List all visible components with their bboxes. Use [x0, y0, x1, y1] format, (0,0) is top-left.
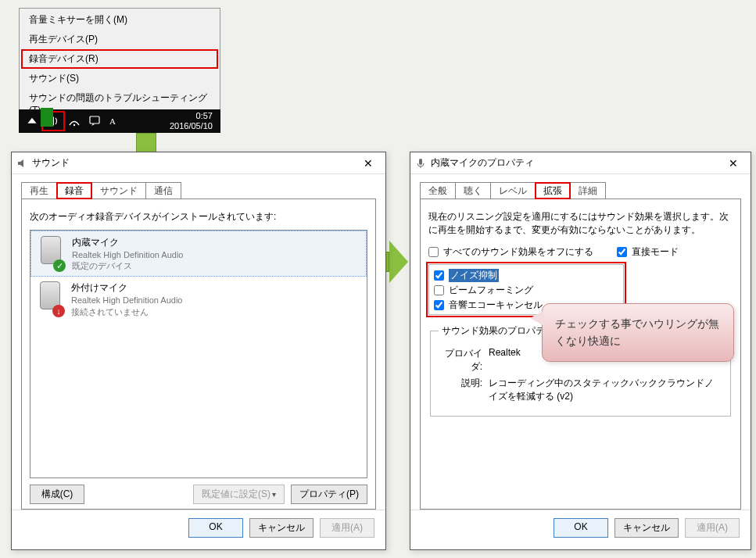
- configure-button[interactable]: 構成(C): [30, 485, 84, 504]
- description-value: レコーディング中のスタティックバッククラウンドノイズを軽減する (v2): [489, 377, 722, 403]
- effect-checkbox[interactable]: [434, 270, 444, 281]
- action-center-icon[interactable]: [84, 112, 105, 131]
- apply-button[interactable]: 適用(A): [685, 518, 740, 538]
- tab-listen[interactable]: 聴く: [455, 182, 491, 199]
- effect-checkbox[interactable]: [434, 285, 444, 295]
- ctx-item-playback[interactable]: 再生デバイス(P): [21, 30, 218, 49]
- cancel-button[interactable]: キャンセル: [249, 518, 314, 538]
- effect-label: ビームフォーミング: [449, 284, 533, 297]
- sound-tabs: 再生 録音 サウンド 通信: [21, 182, 376, 199]
- microphone-icon: ↓: [37, 281, 63, 316]
- microphone-icon: [415, 158, 426, 169]
- clock-date: 2016/05/10: [170, 121, 213, 131]
- device-name: 内蔵マイク: [72, 236, 183, 249]
- svg-point-0: [73, 124, 75, 126]
- apply-button[interactable]: 適用(A): [320, 518, 374, 538]
- recording-device-list[interactable]: ✓ 内蔵マイク Realtek High Definition Audio 既定…: [30, 230, 367, 478]
- tab-levels[interactable]: レベル: [490, 182, 536, 199]
- effect-checkbox[interactable]: [434, 300, 444, 310]
- recording-instruction: 次のオーディオ録音デバイスがインストールされています:: [30, 210, 367, 224]
- tab-enhancements[interactable]: 拡張: [535, 182, 571, 199]
- direct-mode-label: 直接モード: [632, 245, 679, 259]
- prop-dialog-titlebar[interactable]: 内蔵マイクのプロパティ ✕: [410, 152, 751, 174]
- sound-dialog-title: サウンド: [32, 156, 70, 170]
- clock-time: 0:57: [170, 111, 213, 121]
- ok-button[interactable]: OK: [188, 518, 243, 538]
- set-default-button[interactable]: 既定値に設定(S)▾: [193, 485, 285, 504]
- disable-all-effects-checkbox[interactable]: すべてのサウンド効果をオフにする: [428, 245, 593, 259]
- network-tray-icon[interactable]: [64, 112, 84, 131]
- close-button[interactable]: ✕: [356, 155, 381, 172]
- device-driver: Realtek High Definition Audio: [71, 295, 182, 306]
- prop-tabs: 全般 聴く レベル 拡張 詳細: [420, 182, 741, 199]
- sound-dialog-titlebar[interactable]: サウンド ✕: [12, 152, 385, 174]
- description-label: 説明:: [439, 377, 482, 403]
- ctx-item-mixer[interactable]: 音量ミキサーを開く(M): [21, 10, 218, 30]
- enhancements-instruction: 現在のリスニング設定を適用にするにはサウンド効果を選択します。次に再生を開始する…: [428, 210, 733, 237]
- annotation-callout: チェックする事でハウリングが無くなり快適に: [542, 303, 734, 362]
- recording-tab-panel: 次のオーディオ録音デバイスがインストールされています: ✓ 内蔵マイク Real…: [21, 199, 376, 510]
- ok-button[interactable]: OK: [554, 518, 608, 538]
- set-default-label: 既定値に設定(S): [202, 488, 271, 499]
- effect-label: ノイズ抑制: [449, 269, 499, 282]
- effect-noise-suppression[interactable]: ノイズ抑制: [434, 268, 618, 283]
- close-button[interactable]: ✕: [721, 155, 746, 172]
- svg-rect-2: [419, 159, 422, 165]
- effect-beam-forming[interactable]: ビームフォーミング: [434, 283, 618, 298]
- speaker-icon: [16, 158, 27, 169]
- direct-mode-input[interactable]: [617, 247, 627, 257]
- microphone-icon: ✓: [38, 236, 64, 270]
- down-badge-icon: ↓: [52, 305, 65, 317]
- volume-context-menu: 音量ミキサーを開く(M) 再生デバイス(P) 録音デバイス(R) サウンド(S)…: [19, 8, 220, 121]
- tab-recording[interactable]: 録音: [56, 182, 92, 199]
- tab-general[interactable]: 全般: [420, 182, 456, 199]
- ime-icon[interactable]: A: [105, 112, 120, 131]
- effect-label: 音響エコーキャンセル: [449, 299, 543, 312]
- chevron-down-icon: ▾: [272, 490, 276, 499]
- cancel-button[interactable]: キャンセル: [614, 518, 679, 538]
- tab-sounds[interactable]: サウンド: [91, 182, 146, 199]
- excel-taskbar-icon[interactable]: [41, 108, 53, 127]
- provider-label: プロバイダ:: [439, 347, 482, 374]
- device-item-internal-mic[interactable]: ✓ 内蔵マイク Realtek High Definition Audio 既定…: [30, 231, 367, 277]
- direct-mode-checkbox[interactable]: 直接モード: [617, 245, 679, 259]
- device-status: 接続されていません: [71, 306, 182, 317]
- check-badge-icon: ✓: [53, 259, 66, 272]
- tray-clock[interactable]: 0:57 2016/05/10: [170, 111, 217, 131]
- svg-rect-1: [90, 116, 99, 123]
- device-name: 外付けマイク: [71, 281, 182, 295]
- device-status: 既定のデバイス: [72, 260, 183, 271]
- ctx-item-recording[interactable]: 録音デバイス(R): [21, 49, 218, 69]
- device-item-external-mic[interactable]: ↓ 外付けマイク Realtek High Definition Audio 接…: [30, 277, 367, 322]
- tab-communications[interactable]: 通信: [145, 182, 181, 199]
- sound-dialog: サウンド ✕ 再生 録音 サウンド 通信 次のオーディオ録音デバイスがインストー…: [11, 152, 386, 550]
- tab-playback[interactable]: 再生: [21, 182, 57, 199]
- tab-advanced[interactable]: 詳細: [570, 182, 606, 199]
- disable-all-effects-input[interactable]: [428, 247, 439, 257]
- device-driver: Realtek High Definition Audio: [72, 249, 183, 260]
- ctx-item-sounds[interactable]: サウンド(S): [21, 69, 218, 88]
- properties-button[interactable]: プロパティ(P): [291, 485, 367, 504]
- tray-chevron-icon[interactable]: [22, 112, 42, 131]
- prop-dialog-title: 内蔵マイクのプロパティ: [431, 156, 534, 170]
- effect-properties-legend: サウンド効果のプロパティ: [439, 324, 557, 338]
- disable-all-effects-label: すべてのサウンド効果をオフにする: [443, 245, 593, 259]
